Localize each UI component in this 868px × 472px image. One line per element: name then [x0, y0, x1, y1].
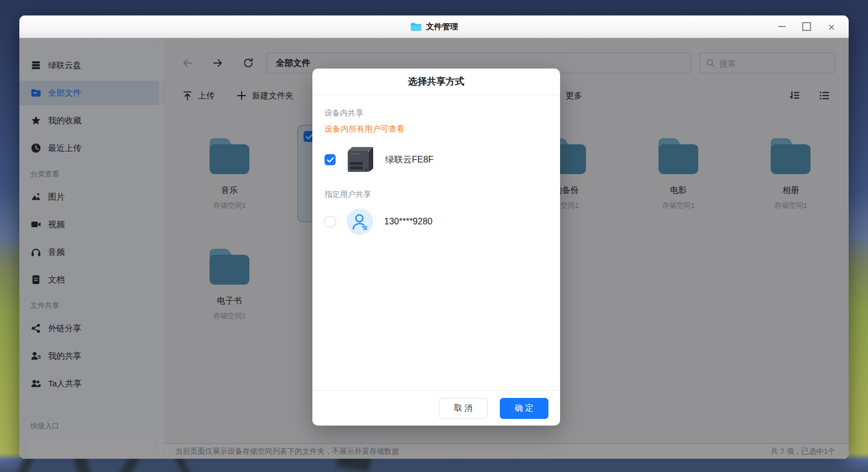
- close-button[interactable]: ×: [827, 22, 836, 32]
- device-share-row[interactable]: 绿联云FE8F: [325, 144, 548, 175]
- device-share-section-label: 设备内共享: [325, 108, 548, 118]
- app-folder-icon: [410, 22, 422, 32]
- user-share-section-label: 指定用户共享: [325, 190, 548, 200]
- device-checkbox[interactable]: [325, 154, 336, 165]
- device-name: 绿联云FE8F: [385, 154, 433, 166]
- dialog-footer: 取 消 确 定: [312, 390, 560, 426]
- user-name: 130****9280: [384, 217, 432, 227]
- device-share-note: 设备内所有用户可查看: [325, 124, 548, 134]
- titlebar[interactable]: 文件管理 ×: [19, 15, 849, 38]
- minimize-button[interactable]: [777, 22, 787, 32]
- nas-device-icon: [343, 144, 377, 175]
- confirm-button[interactable]: 确 定: [500, 398, 548, 419]
- window-title: 文件管理: [426, 22, 458, 32]
- user-avatar-icon: [347, 208, 373, 235]
- share-method-dialog: 选择共享方式 设备内共享 设备内所有用户可查看 绿联云FE8F: [312, 69, 560, 426]
- app-window: 文件管理 × 绿联云盘: [19, 15, 849, 459]
- user-checkbox[interactable]: [325, 216, 336, 227]
- cancel-button[interactable]: 取 消: [439, 398, 488, 419]
- check-icon: [327, 157, 334, 163]
- dialog-title: 选择共享方式: [312, 69, 560, 95]
- user-share-row[interactable]: 130****9280: [325, 208, 548, 235]
- maximize-button[interactable]: [802, 22, 812, 32]
